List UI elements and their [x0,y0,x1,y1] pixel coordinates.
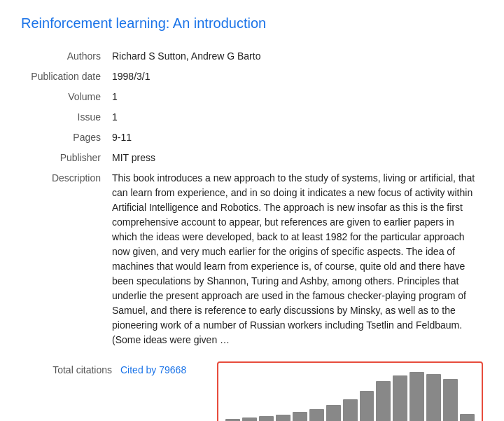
bar [443,379,458,421]
page-title: Reinforcement learning: An introduction [21,14,483,32]
citations-chart: 2011201220132014201520162017201820192020… [217,361,483,421]
bar [360,391,374,421]
publisher-label: Publisher [21,148,112,168]
bar-group [393,375,407,421]
volume-value: 1 [112,87,483,107]
bar-group [460,414,475,421]
bar-group [276,415,290,421]
description-label: Description [21,168,112,350]
description-value: This book introduces a new approach to t… [112,168,483,350]
pub-date-row: Publication date 1998/3/1 [21,67,483,87]
bar-group [410,372,424,421]
bar [460,414,475,421]
pub-date-value: 1998/3/1 [112,67,483,87]
issue-label: Issue [21,107,112,127]
bar [410,372,424,421]
bar-group [242,417,257,421]
volume-label: Volume [21,87,112,107]
pages-label: Pages [21,127,112,148]
bar-group [443,379,458,421]
bar-group [309,409,324,421]
authors-label: Authors [21,46,112,67]
bar [393,375,407,421]
publisher-value: MIT press [112,148,483,168]
metadata-table: Authors Richard S Sutton, Andrew G Barto… [21,46,483,350]
volume-row: Volume 1 [21,87,483,107]
bar-group [426,374,441,421]
bar [376,381,391,421]
bar-group [376,381,391,421]
bar-group [326,405,341,421]
bar [426,374,441,421]
authors-row: Authors Richard S Sutton, Andrew G Barto [21,46,483,67]
description-row: Description This book introduces a new a… [21,168,483,350]
bar-group [343,399,358,421]
bar-group [259,416,274,421]
publisher-row: Publisher MIT press [21,148,483,168]
authors-value: Richard S Sutton, Andrew G Barto [112,46,483,67]
issue-value: 1 [112,107,483,127]
bar [242,417,257,421]
pages-row: Pages 9-11 [21,127,483,148]
citations-label-area: Total citations Cited by 79668 [21,361,203,375]
pub-date-label: Publication date [21,67,112,87]
citations-label: Total citations [21,364,112,375]
bar [276,415,290,421]
bar [326,405,341,421]
bar [343,399,358,421]
bar-group [293,412,307,421]
bar [259,416,274,421]
citations-row: Total citations Cited by 79668 201120122… [21,361,483,421]
pages-value: 9-11 [112,127,483,148]
issue-row: Issue 1 [21,107,483,127]
bar-group [360,391,374,421]
bar [293,412,307,421]
chart-bars-area [225,368,475,421]
cited-by-link[interactable]: Cited by 79668 [120,364,186,375]
bar [309,409,324,421]
